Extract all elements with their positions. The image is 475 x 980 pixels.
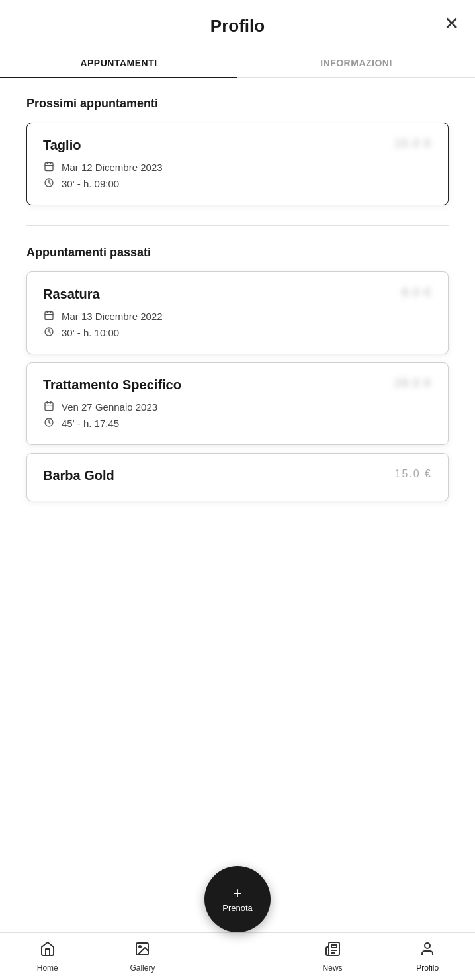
- section-divider: [26, 225, 449, 226]
- card-header-rasatura: Rasatura 8.0 €: [43, 287, 432, 302]
- card-header-barba: Barba Gold 15.0 €: [43, 468, 432, 483]
- prenota-fab[interactable]: + Prenota: [204, 866, 271, 932]
- tabs-bar: APPUNTAMENTI INFORMAZIONI: [0, 47, 475, 78]
- date-row-trattamento: Ven 27 Gennaio 2023: [43, 401, 432, 413]
- tab-appuntamenti[interactable]: APPUNTAMENTI: [0, 47, 238, 77]
- calendar-icon-trattamento: [43, 401, 55, 413]
- svg-rect-10: [45, 403, 53, 411]
- header: Profilo ✕: [0, 0, 475, 47]
- nav-label-news: News: [323, 963, 343, 973]
- time-row-rasatura: 30' - h. 10:00: [43, 326, 432, 339]
- appointment-date: Mar 12 Dicembre 2023: [62, 162, 163, 173]
- profilo-icon: [419, 941, 435, 961]
- appointment-card-taglio[interactable]: Taglio 15.0 € Mar 12 Dicembre 2023: [26, 122, 449, 205]
- appointment-name-barba: Barba Gold: [43, 468, 114, 483]
- news-icon: [325, 941, 341, 961]
- time-row-trattamento: 45' - h. 17:45: [43, 417, 432, 430]
- appointment-price-trattamento: 28.0 €: [395, 377, 432, 389]
- nav-label-gallery: Gallery: [130, 963, 155, 973]
- calendar-icon: [43, 161, 55, 173]
- appointment-time-rasatura: 30' - h. 10:00: [62, 327, 119, 338]
- appointment-card-rasatura[interactable]: Rasatura 8.0 € Mar 13 Dicembre 2022: [26, 271, 449, 354]
- nav-item-gallery[interactable]: Gallery: [95, 941, 191, 973]
- appointment-date-trattamento: Ven 27 Gennaio 2023: [62, 401, 157, 413]
- fab-plus-icon: +: [233, 885, 242, 901]
- date-row-rasatura: Mar 13 Dicembre 2022: [43, 310, 432, 322]
- svg-point-17: [425, 943, 430, 948]
- fab-label: Prenota: [222, 903, 253, 913]
- appointment-name-rasatura: Rasatura: [43, 287, 100, 302]
- svg-rect-0: [45, 163, 53, 171]
- nav-item-profilo[interactable]: Profilo: [380, 941, 475, 973]
- card-info: Mar 12 Dicembre 2023 30' - h. 09:00: [43, 161, 432, 190]
- appointment-time-trattamento: 45' - h. 17:45: [62, 418, 119, 429]
- appointment-time: 30' - h. 09:00: [62, 178, 119, 189]
- clock-icon-trattamento: [43, 417, 55, 430]
- page-title: Profilo: [210, 16, 265, 36]
- time-row: 30' - h. 09:00: [43, 177, 432, 190]
- calendar-icon-rasatura: [43, 310, 55, 322]
- tab-informazioni[interactable]: INFORMAZIONI: [238, 47, 475, 77]
- gallery-icon: [134, 941, 150, 961]
- upcoming-section-title: Prossimi appuntamenti: [26, 97, 449, 111]
- nav-item-home[interactable]: Home: [0, 941, 95, 973]
- appointment-name-trattamento: Trattamento Specifico: [43, 377, 181, 393]
- svg-rect-5: [45, 312, 53, 320]
- nav-label-home: Home: [37, 963, 58, 973]
- appointment-date-rasatura: Mar 13 Dicembre 2022: [62, 311, 163, 322]
- clock-icon-rasatura: [43, 326, 55, 339]
- bottom-nav: Home Gallery News: [0, 932, 475, 980]
- svg-point-16: [139, 946, 141, 948]
- nav-item-news[interactable]: News: [285, 941, 380, 973]
- close-button[interactable]: ✕: [444, 15, 459, 33]
- upcoming-section: Prossimi appuntamenti Taglio 15.0 €: [26, 97, 449, 205]
- appointment-name: Taglio: [43, 138, 81, 153]
- appointment-price-rasatura: 8.0 €: [402, 287, 432, 299]
- card-header-trattamento: Trattamento Specifico 28.0 €: [43, 377, 432, 393]
- card-info-trattamento: Ven 27 Gennaio 2023 45' - h. 17:45: [43, 401, 432, 430]
- past-section: Appuntamenti passati Rasatura 8.0 €: [26, 246, 449, 501]
- appointment-price-barba: 15.0 €: [395, 468, 432, 480]
- nav-label-profilo: Profilo: [416, 963, 439, 973]
- date-row: Mar 12 Dicembre 2023: [43, 161, 432, 173]
- main-content: Prossimi appuntamenti Taglio 15.0 €: [0, 78, 475, 581]
- appointment-price: 15.0 €: [395, 138, 432, 150]
- appointment-card-barba-gold[interactable]: Barba Gold 15.0 €: [26, 453, 449, 501]
- past-section-title: Appuntamenti passati: [26, 246, 449, 260]
- clock-icon: [43, 177, 55, 190]
- card-header: Taglio 15.0 €: [43, 138, 432, 153]
- appointment-card-trattamento[interactable]: Trattamento Specifico 28.0 € Ven 27 Genn…: [26, 362, 449, 445]
- card-info-rasatura: Mar 13 Dicembre 2022 30' - h. 10:00: [43, 310, 432, 339]
- home-icon: [40, 941, 56, 961]
